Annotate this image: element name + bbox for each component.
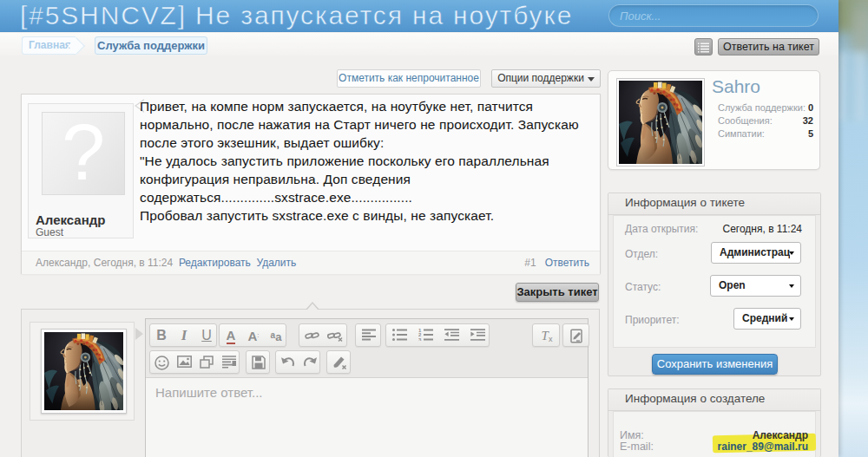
svg-text:3: 3 xyxy=(418,337,422,341)
